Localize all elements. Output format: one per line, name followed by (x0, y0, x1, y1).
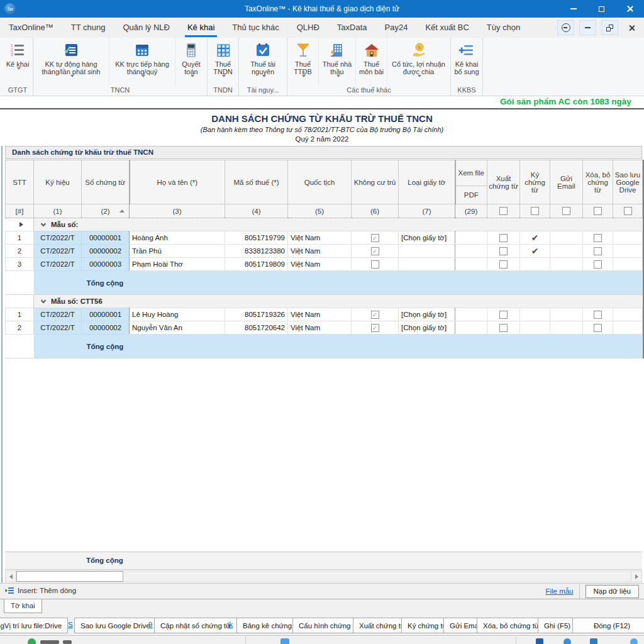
cell-khong-cu-tru[interactable]: ✓ (352, 321, 399, 335)
scrollbar-thumb[interactable] (16, 571, 123, 582)
menu-thu-tuc-khac[interactable]: Thủ tục khác (223, 18, 287, 38)
xuat-checkbox[interactable] (499, 260, 508, 269)
select-all-email[interactable] (550, 204, 583, 218)
xoa-bo-chung-tu-button[interactable]: Xóa, bỏ chứng từ (477, 618, 546, 633)
ribbon-quyet-toan[interactable]: Quyết toán (175, 38, 207, 86)
link-fragment[interactable]: 9 (148, 621, 152, 628)
select-all-checkbox[interactable] (499, 207, 508, 215)
cell-ky[interactable] (520, 321, 550, 335)
select-all-sao-luu[interactable] (613, 204, 643, 218)
cell-so-chung-tu[interactable]: 00000003 (82, 258, 130, 271)
khong-cu-tru-checkbox[interactable]: ✓ (371, 247, 379, 255)
xuat-checkbox[interactable] (499, 324, 508, 332)
cell-ky[interactable]: ✔ (520, 245, 550, 258)
status-icon[interactable] (590, 638, 597, 644)
menu-ket-xuat-bc[interactable]: Kết xuất BC (416, 18, 477, 38)
ghi-f5-button[interactable]: Ghi (F5) (538, 618, 577, 633)
cell-ho-ten[interactable]: Hoàng Anh (130, 231, 225, 245)
cell-ky-hieu[interactable]: CT/2022/T (34, 308, 82, 321)
cell-ky-hieu[interactable]: CT/2022/T (34, 231, 82, 245)
scroll-right-button[interactable] (631, 571, 641, 582)
cell-quoc-tich[interactable]: Việt Nam (288, 231, 352, 245)
cell-ho-ten[interactable]: Nguyễn Vân An (130, 321, 225, 335)
ribbon-ke-khai[interactable]: >123 Kê khai (3, 38, 33, 86)
ribbon-kk-tu-dong[interactable]: KK tự động hàng tháng/lần phát sinh (33, 38, 109, 86)
index-cell-sorted[interactable]: (2) (82, 204, 130, 218)
col-header-mst[interactable]: Mã số thuế (*) (225, 160, 288, 204)
status-icon[interactable] (564, 638, 571, 644)
select-all-xuat[interactable] (487, 204, 520, 218)
child-close-button[interactable] (623, 20, 640, 35)
xoa-checkbox[interactable] (594, 324, 602, 332)
menu-pay24[interactable]: Pay24 (376, 18, 417, 38)
khong-cu-tru-checkbox[interactable]: ✓ (371, 324, 379, 332)
cell-mst[interactable]: 8051719809 (225, 258, 288, 271)
window-minimize-button[interactable] (559, 0, 587, 18)
status-blue-icon[interactable] (280, 638, 289, 644)
window-maximize-button[interactable] (587, 0, 616, 18)
menu-quan-ly-nld[interactable]: Quản lý NLĐ (114, 18, 179, 38)
cell-loai-giay-to[interactable]: [Chọn giấy tờ] (399, 308, 455, 321)
cell-xuat[interactable] (487, 308, 520, 321)
cell-ho-ten[interactable]: Lê Huy Hoàng (130, 308, 225, 321)
cell-xoa[interactable] (583, 245, 613, 258)
ribbon-thue-nha-thau[interactable]: Thuế nhà thầu (319, 38, 356, 86)
xoa-checkbox[interactable] (594, 311, 602, 319)
menu-tt-chung[interactable]: TT chung (62, 18, 114, 38)
link-fragment[interactable]: ik (228, 621, 233, 628)
cell-xuat[interactable] (487, 245, 520, 258)
col-header-khong-cu-tru[interactable]: Không cư trú (352, 160, 399, 204)
child-restore-button[interactable] (601, 20, 618, 35)
cell-mst[interactable]: 8338123380 (225, 245, 288, 258)
cell-quoc-tich[interactable]: Việt Nam (288, 321, 352, 335)
ribbon-thue-mon-bai[interactable]: Thuế môn bài (356, 38, 387, 86)
status-green-icon[interactable] (28, 638, 36, 644)
cell-ky-hieu[interactable]: CT/2022/T (34, 245, 82, 258)
xuat-checkbox[interactable] (499, 311, 508, 319)
cell-quoc-tich[interactable]: Việt Nam (288, 308, 352, 321)
cell-ky[interactable] (520, 258, 550, 271)
col-header-ho-ten[interactable]: Họ và tên (*) (130, 160, 225, 204)
menu-qlhd[interactable]: QLHĐ (288, 18, 328, 38)
col-header-so-chung-tu[interactable]: Số chứng từ (82, 160, 130, 204)
cell-xuat[interactable] (487, 321, 520, 335)
cell-sao-luu[interactable] (613, 308, 643, 321)
select-all-checkbox[interactable] (531, 207, 539, 215)
col-header-xem-file[interactable]: Xem file PDF (455, 160, 487, 204)
cell-loai-giay-to[interactable] (399, 245, 455, 258)
clipped-file-location-button[interactable]: ngVị trí lưu file:Drive (0, 618, 68, 633)
cell-xuat[interactable] (487, 231, 520, 245)
cell-ky-hieu[interactable]: CT/2022/T (34, 321, 82, 335)
cell-email[interactable] (550, 258, 583, 271)
cell-loai-giay-to[interactable]: [Chọn giấy tờ] (399, 321, 455, 335)
ribbon-thue-ttdb[interactable]: Thuế TTĐB (287, 38, 319, 86)
cell-ho-ten[interactable]: Phạm Hoài Thơ (130, 258, 225, 271)
ribbon-co-tuc[interactable]: $ Cổ tức, lợi nhuận được chia (387, 38, 450, 86)
cell-email[interactable] (550, 231, 583, 245)
link-fragment[interactable]: S (68, 621, 73, 628)
cell-email[interactable] (550, 321, 583, 335)
cell-sao-luu[interactable] (613, 258, 643, 271)
cell-mst[interactable]: 8051719326 (225, 308, 288, 321)
cell-xoa[interactable] (583, 231, 613, 245)
child-minimize-button[interactable] (579, 20, 596, 35)
ribbon-ke-khai-bo-sung[interactable]: Kê khai bổ sung (451, 38, 482, 86)
select-all-checkbox[interactable] (594, 207, 602, 215)
select-all-xoa[interactable] (583, 204, 613, 218)
cell-khong-cu-tru[interactable]: ✓ (352, 308, 399, 321)
dong-f12-button[interactable]: Đóng (F12) (572, 618, 644, 633)
cell-xem-file[interactable] (455, 245, 487, 258)
cell-sao-luu[interactable] (613, 321, 643, 335)
col-header-xoa-bo[interactable]: Xóa, bỏ chứng từ (583, 160, 613, 204)
menu-ke-khai[interactable]: Kê khai (179, 18, 223, 38)
group-row[interactable]: Mẫu số: (6, 218, 643, 231)
cell-so-chung-tu[interactable]: 00000002 (82, 321, 130, 335)
xoa-checkbox[interactable] (594, 260, 602, 269)
cell-quoc-tich[interactable]: Việt Nam (288, 245, 352, 258)
chevron-down-icon[interactable] (41, 298, 46, 303)
xuat-checkbox[interactable] (499, 234, 508, 242)
status-icon[interactable] (630, 638, 638, 644)
cell-xoa[interactable] (583, 321, 613, 335)
load-data-button[interactable]: Nạp dữ liệu (586, 585, 639, 598)
khong-cu-tru-checkbox[interactable] (371, 260, 379, 269)
